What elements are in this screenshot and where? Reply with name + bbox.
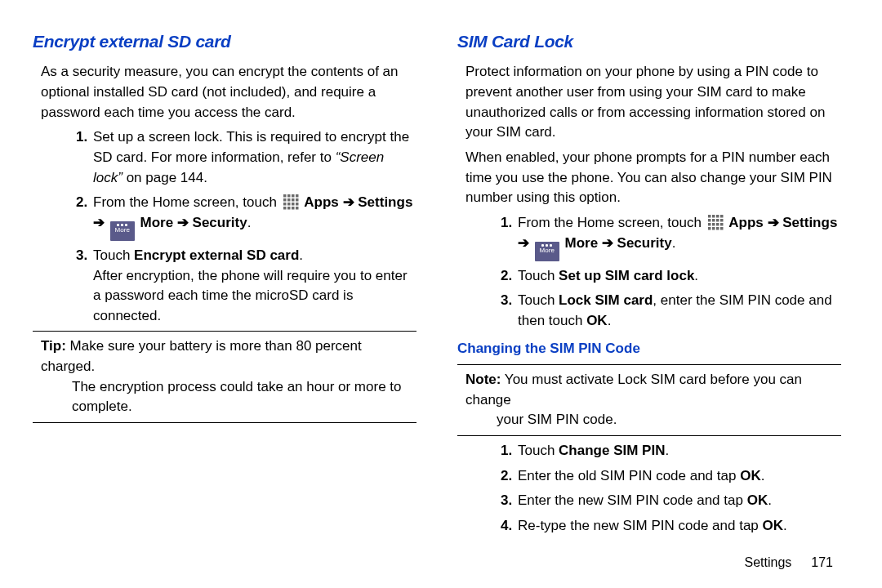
step-1: Set up a screen lock. This is required t… [91, 127, 416, 188]
svg-rect-12 [283, 207, 287, 210]
right-column: SIM Card Lock Protect information on you… [457, 29, 841, 580]
sim-paragraph-2: When enabled, your phone prompts for a P… [457, 148, 841, 208]
svg-rect-0 [283, 194, 287, 198]
arrow-icon: ➔ [339, 194, 358, 210]
change-step-3: Enter the new SIM PIN code and tap OK. [516, 491, 841, 511]
arrow-icon: ➔ [518, 235, 533, 251]
svg-rect-30 [716, 227, 719, 230]
change-pin-list: Touch Change SIM PIN. Enter the old SIM … [457, 441, 841, 537]
security-label: Security [193, 215, 247, 230]
note-text-line1: You must activate Lock SIM card before y… [466, 372, 802, 408]
svg-rect-18 [716, 215, 719, 218]
note-callout: Note: You must activate Lock SIM card be… [457, 370, 841, 430]
page-footer: Settings171 [744, 553, 833, 572]
more-label: More [564, 235, 598, 251]
steps-list-left: Set up a screen lock. This is required t… [33, 127, 416, 326]
ok-label: OK [763, 518, 784, 533]
note-text-line2: your SIM PIN code. [466, 410, 841, 430]
sim-step-1: From the Home screen, touch Apps ➔ Setti… [516, 213, 841, 261]
svg-rect-15 [296, 207, 299, 210]
more-icon-label: More [535, 247, 559, 255]
apps-grid-icon [283, 194, 299, 210]
ok-label: OK [740, 468, 761, 483]
divider [33, 331, 416, 332]
svg-rect-9 [287, 203, 291, 206]
divider [457, 435, 841, 436]
svg-rect-2 [292, 194, 295, 198]
svg-rect-10 [292, 203, 295, 206]
sim-step-3-prefix: Touch [518, 292, 559, 308]
change-step-3-text: Enter the new SIM PIN code and tap [518, 492, 747, 508]
svg-rect-22 [716, 219, 719, 222]
divider [457, 364, 841, 365]
note-label: Note: [466, 372, 501, 387]
change-step-1: Touch Change SIM PIN. [516, 441, 841, 461]
svg-rect-1 [287, 194, 291, 198]
svg-rect-4 [283, 198, 287, 202]
footer-section: Settings [744, 555, 791, 569]
divider [33, 422, 416, 423]
svg-rect-25 [712, 223, 715, 226]
ok-label: OK [747, 492, 768, 508]
svg-rect-20 [708, 219, 711, 222]
security-label: Security [617, 235, 672, 251]
step-1-suffix: on page 144. [122, 170, 207, 185]
apps-label: Apps [304, 194, 339, 210]
svg-rect-31 [720, 227, 724, 230]
svg-rect-26 [716, 223, 719, 226]
change-step-4: Re-type the new SIM PIN code and tap OK. [516, 516, 841, 537]
heading-sim-lock: SIM Card Lock [457, 29, 841, 54]
tip-text-line2: The encryption process could take an hou… [41, 377, 416, 417]
sim-step-2-action: Set up SIM card lock [559, 268, 694, 283]
arrow-icon: ➔ [764, 215, 782, 230]
heading-encrypt-sd: Encrypt external SD card [33, 29, 416, 54]
more-icon-label: More [110, 226, 135, 234]
svg-rect-7 [296, 198, 299, 202]
sim-step-2-prefix: Touch [518, 268, 559, 283]
settings-label: Settings [782, 215, 837, 230]
ok-label: OK [586, 313, 608, 328]
change-step-2-text: Enter the old SIM PIN code and tap [518, 468, 740, 483]
arrow-icon: ➔ [598, 235, 617, 251]
sim-step-3-action: Lock SIM card [559, 292, 653, 308]
intro-paragraph: As a security measure, you can encrypt t… [33, 62, 416, 122]
more-tab-icon: More [535, 242, 559, 261]
sim-step-3: Touch Lock SIM card, enter the SIM PIN c… [516, 291, 841, 331]
settings-label: Settings [358, 194, 412, 210]
change-step-4-text: Re-type the new SIM PIN code and tap [518, 518, 763, 533]
svg-rect-28 [708, 227, 711, 230]
svg-rect-21 [712, 219, 715, 222]
heading-change-pin: Changing the SIM PIN Code [457, 339, 841, 359]
svg-rect-17 [712, 215, 715, 218]
svg-rect-19 [720, 215, 724, 218]
sim-step-2: Touch Set up SIM card lock. [516, 266, 841, 287]
svg-rect-24 [708, 223, 711, 226]
svg-rect-14 [292, 207, 295, 210]
sim-paragraph-1: Protect information on your phone by usi… [457, 62, 841, 143]
manual-page: Encrypt external SD card As a security m… [0, 0, 882, 588]
svg-rect-3 [296, 194, 299, 198]
arrow-icon: ➔ [173, 215, 192, 230]
step-2-prefix: From the Home screen, touch [93, 194, 281, 210]
svg-rect-6 [292, 198, 295, 202]
svg-rect-8 [283, 203, 287, 206]
step-3-action: Encrypt external SD card [134, 247, 299, 263]
change-sim-pin-label: Change SIM PIN [559, 443, 665, 458]
tip-text-line1: Make sure your battery is more than 80 p… [41, 338, 362, 374]
svg-rect-27 [720, 223, 724, 226]
steps-list-right: From the Home screen, touch Apps ➔ Setti… [457, 213, 841, 332]
apps-grid-icon [707, 214, 724, 230]
more-tab-icon: More [110, 221, 135, 241]
more-label: More [140, 215, 173, 230]
svg-rect-11 [296, 203, 299, 206]
change-step-1-prefix: Touch [518, 443, 559, 458]
change-step-2: Enter the old SIM PIN code and tap OK. [516, 466, 841, 487]
tip-callout: Tip: Make sure your battery is more than… [33, 336, 416, 417]
step-2: From the Home screen, touch Apps ➔ Setti… [91, 193, 416, 241]
arrow-icon: ➔ [93, 215, 109, 230]
svg-rect-16 [708, 215, 711, 218]
footer-page-number: 171 [811, 555, 833, 569]
step-3-body: After encryption, the phone will require… [93, 268, 408, 323]
left-column: Encrypt external SD card As a security m… [33, 29, 416, 580]
step-3-prefix: Touch [93, 247, 134, 263]
